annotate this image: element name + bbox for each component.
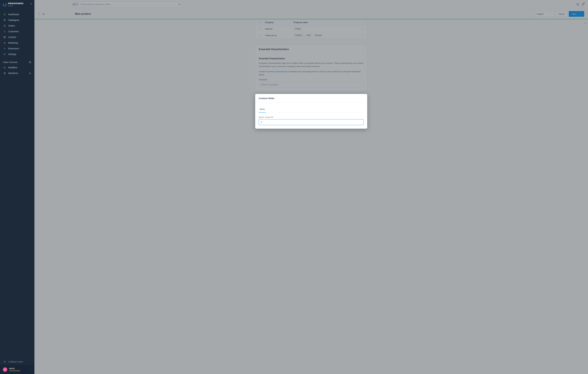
help-button[interactable] xyxy=(576,3,579,6)
user-role: Administrator xyxy=(9,370,20,372)
sidebar-header: Administration 6.5.6.0 xyxy=(0,0,34,9)
save-button[interactable]: Save xyxy=(569,11,579,17)
search-scope-selector[interactable]: All xyxy=(72,3,79,6)
nav-item-settings[interactable]: Settings xyxy=(0,51,34,57)
user-menu[interactable]: A admin Administrator xyxy=(0,365,34,374)
chevron-down-icon xyxy=(550,13,552,15)
duplicate-icon[interactable] xyxy=(42,13,45,15)
user-icon xyxy=(3,30,6,33)
channel-label: Storefront xyxy=(8,72,18,75)
row-checkbox[interactable] xyxy=(259,34,261,36)
nav-label: Marketing xyxy=(8,42,18,44)
side-panel-toggle[interactable] xyxy=(583,22,587,25)
chevron-down-icon xyxy=(76,4,78,5)
nav-label: Extensions xyxy=(8,47,19,50)
nav-item-customers[interactable]: Customers xyxy=(0,29,34,34)
topbar: All xyxy=(34,0,588,9)
tab-bexio[interactable]: Bexio xyxy=(259,106,266,112)
value-tag: Man xyxy=(305,34,312,37)
storefront-icon xyxy=(3,72,6,75)
svg-point-13 xyxy=(179,4,180,5)
app-title: Administration xyxy=(8,2,23,5)
nav-label: Dashboard xyxy=(8,13,19,16)
svg-rect-6 xyxy=(4,36,6,38)
shopware-logo-icon xyxy=(3,3,6,6)
nav-item-marketing[interactable]: Marketing xyxy=(0,40,34,46)
property-values: Children Man Woman xyxy=(294,34,357,37)
row-actions-button[interactable]: ⋯ xyxy=(361,28,364,30)
properties-card: Property Property value Material Plastic… xyxy=(255,19,367,39)
headless-icon xyxy=(3,66,6,69)
notification-dot-icon xyxy=(583,3,585,4)
cancel-button[interactable]: Cancel xyxy=(555,11,567,17)
megaphone-icon xyxy=(3,41,6,44)
plug-icon xyxy=(3,47,6,50)
ec-paragraph-1: Essential Characteristics help you to de… xyxy=(259,62,364,68)
page-title: Main product xyxy=(75,12,91,15)
nav-label: Orders xyxy=(8,24,15,27)
svg-rect-7 xyxy=(4,48,5,49)
search-input[interactable] xyxy=(81,3,178,6)
nav-item-extensions[interactable]: Extensions xyxy=(0,46,34,51)
app-version: 6.5.6.0 xyxy=(8,5,23,7)
select-all-checkbox[interactable] xyxy=(259,21,261,23)
channel-item-headless[interactable]: Headless xyxy=(0,65,34,70)
value-tag: Woman xyxy=(314,34,323,37)
card-title: Custom fields xyxy=(255,94,367,103)
row-checkbox[interactable] xyxy=(259,28,261,30)
svg-point-11 xyxy=(30,73,30,74)
layout-icon xyxy=(3,36,6,39)
channel-item-storefront[interactable]: Storefront xyxy=(0,70,34,76)
svg-point-0 xyxy=(3,3,6,6)
ec-paragraph-2: Create Essential Characteristics templat… xyxy=(259,70,364,76)
essential-characteristics-card: Essential Characteristics Essential Char… xyxy=(255,45,367,91)
nav-item-content[interactable]: Content xyxy=(0,34,34,40)
nav-item-dashboard[interactable]: Dashboard xyxy=(0,11,34,17)
template-select[interactable]: Select a template... xyxy=(259,82,364,88)
nav-item-catalogues[interactable]: Catalogues xyxy=(0,17,34,23)
property-name: Material xyxy=(265,28,294,30)
ec-link[interactable]: Essential Characteristics xyxy=(266,70,288,73)
bexio-article-id-label: Bexio: Article ID xyxy=(259,116,364,118)
notifications-button[interactable] xyxy=(581,3,584,6)
svg-point-15 xyxy=(578,5,578,5)
page-header: Main product English Cancel Save xyxy=(34,9,588,19)
main-nav: Dashboard Catalogues Orders Customers Co… xyxy=(0,9,34,57)
row-actions-button[interactable]: ⋯ xyxy=(361,34,364,36)
status-dot-icon xyxy=(31,3,32,4)
sales-channels-heading: Sales Channels xyxy=(0,57,34,65)
visibility-icon[interactable] xyxy=(29,72,31,75)
value-tag: Children xyxy=(294,34,304,37)
stack-icon xyxy=(3,19,6,22)
properties-table-header: Property Property value xyxy=(255,19,367,26)
gear-icon xyxy=(3,53,6,56)
custom-fields-card: Custom fields Bexio Bexio: Article ID xyxy=(255,94,367,129)
col-header-value: Property value xyxy=(294,21,357,23)
add-channel-button[interactable] xyxy=(29,61,31,63)
custom-fields-tabs: Bexio xyxy=(259,106,364,112)
svg-point-8 xyxy=(4,54,5,55)
card-title: Essential Characteristics xyxy=(255,45,367,54)
svg-rect-4 xyxy=(4,25,5,27)
gauge-icon xyxy=(3,13,6,16)
svg-point-12 xyxy=(4,361,5,363)
channel-label: Headless xyxy=(8,66,17,69)
save-dropdown-button[interactable] xyxy=(579,11,584,17)
main-area: All Main product xyxy=(34,0,588,374)
clipboard-icon xyxy=(3,24,6,27)
global-search[interactable]: All xyxy=(71,1,182,7)
language-select[interactable]: English xyxy=(535,11,554,17)
nav-item-orders[interactable]: Orders xyxy=(0,23,34,29)
nav-label: Content xyxy=(8,36,16,38)
value-tag: Plastic xyxy=(294,27,302,30)
nav-label: Customers xyxy=(8,30,19,33)
sidebar: Administration 6.5.6.0 Dashboard Catalog… xyxy=(0,0,34,374)
collapse-menu-button[interactable]: Collapse menu xyxy=(0,358,34,365)
property-values: Plastic xyxy=(294,27,357,30)
bexio-article-id-input[interactable] xyxy=(259,119,364,125)
back-button[interactable] xyxy=(38,13,41,15)
search-icon[interactable] xyxy=(178,3,181,6)
table-row: Material Plastic ⋯ xyxy=(255,26,367,32)
avatar: A xyxy=(3,367,7,372)
svg-point-5 xyxy=(4,31,5,32)
